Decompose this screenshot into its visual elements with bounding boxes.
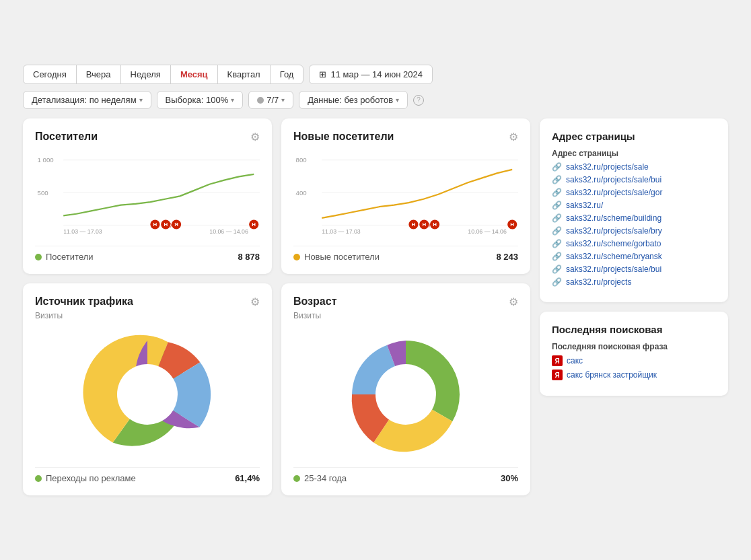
age-legend: 25-34 года 30%: [293, 467, 518, 483]
visitors-legend-value: 8 878: [238, 252, 260, 262]
main-grid: Посетители ⚙ 1 000 500: [23, 118, 728, 495]
age-subtitle: Визиты: [293, 311, 518, 320]
search-section-label: Последняя поисковая фраза: [552, 342, 716, 351]
address-link[interactable]: 🔗saks32.ru/: [552, 201, 716, 210]
new-visitors-legend-value: 8 243: [496, 252, 518, 262]
gear-icon[interactable]: ⚙: [250, 295, 260, 308]
age-card: Возраст ⚙ Визиты: [281, 283, 530, 495]
traffic-dot: [35, 475, 42, 482]
svg-text:11.03 — 17.03: 11.03 — 17.03: [322, 228, 361, 235]
btn-week[interactable]: Неделя: [121, 65, 171, 83]
visitors-card: Посетители ⚙ 1 000 500: [23, 118, 272, 274]
grid-icon: ⊞: [319, 69, 326, 79]
gear-icon[interactable]: ⚙: [509, 295, 518, 308]
traffic-legend-value: 61,4%: [235, 473, 260, 483]
chevron-down-icon: ▾: [231, 96, 234, 104]
link-icon: 🔗: [552, 201, 562, 210]
search-card: Последняя поисковая Последняя поисковая …: [540, 312, 728, 396]
link-icon: 🔗: [552, 239, 562, 248]
traffic-card-header: Источник трафика ⚙: [35, 295, 260, 308]
main-container: Сегодня Вчера Неделя Месяц Квартал Год ⊞…: [12, 54, 739, 506]
address-section-label: Адрес страницы: [552, 149, 716, 158]
detail-label: Детализация: по неделям: [32, 95, 137, 105]
svg-text:Н: Н: [510, 221, 514, 228]
search-result-item[interactable]: Ясакс брянск застройщик: [552, 370, 716, 380]
gear-icon[interactable]: ⚙: [250, 131, 260, 143]
age-donut-svg: [338, 327, 473, 462]
link-icon: 🔗: [552, 265, 562, 274]
svg-point-33: [376, 364, 436, 425]
new-visitors-header: Новые посетители ⚙: [293, 131, 518, 143]
traffic-donut-wrap: [35, 327, 260, 462]
btn-year[interactable]: Год: [271, 65, 303, 83]
traffic-donut-svg: [80, 327, 215, 462]
address-link[interactable]: 🔗saks32.ru/scheme/gorbato: [552, 239, 716, 248]
chevron-down-icon: ▾: [396, 96, 399, 104]
address-link[interactable]: 🔗saks32.ru/projects/sale/bry: [552, 226, 716, 236]
svg-text:Н: Н: [164, 221, 168, 228]
visitors-dot: [35, 254, 42, 260]
search-title: Последняя поисковая: [552, 324, 716, 335]
period-btn-group: Сегодня Вчера Неделя Месяц Квартал Год: [23, 65, 303, 84]
date-range-button[interactable]: ⊞ 11 мар — 14 июн 2024: [309, 65, 433, 84]
date-range-label: 11 мар — 14 июн 2024: [330, 69, 423, 79]
visitors-title: Посетители: [35, 131, 98, 143]
data-label: Данные: без роботов: [308, 95, 393, 105]
svg-text:Н: Н: [433, 221, 437, 228]
address-link[interactable]: 🔗saks32.ru/scheme/building: [552, 213, 716, 223]
svg-text:): ): [428, 221, 430, 228]
new-visitors-chart-area: 800 400 Н Н ) Н: [293, 146, 518, 240]
btn-month[interactable]: Месяц: [171, 65, 218, 83]
filter-row: Детализация: по неделям ▾ Выборка: 100% …: [23, 91, 728, 109]
svg-text:10.06 — 14.06: 10.06 — 14.06: [209, 228, 248, 235]
toolbar-row: Сегодня Вчера Неделя Месяц Квартал Год ⊞…: [23, 65, 728, 84]
data-filter-btn[interactable]: Данные: без роботов ▾: [299, 91, 408, 109]
traffic-legend-label: Переходы по рекламе: [46, 473, 136, 483]
address-card: Адрес страницы Адрес страницы 🔗saks32.ru…: [540, 118, 728, 302]
age-dot: [293, 475, 300, 482]
btn-quarter[interactable]: Квартал: [218, 65, 271, 83]
traffic-legend: Переходы по рекламе 61,4%: [35, 467, 260, 483]
sessions-filter-btn[interactable]: 7/7 ▾: [248, 91, 293, 109]
address-title: Адрес страницы: [552, 131, 716, 142]
sessions-label: 7/7: [266, 95, 279, 105]
yandex-icon: Я: [552, 355, 563, 366]
new-visitors-chart-svg: 800 400 Н Н ) Н: [293, 146, 518, 240]
btn-yesterday[interactable]: Вчера: [77, 65, 121, 83]
link-icon: 🔗: [552, 175, 562, 184]
new-visitors-title: Новые посетители: [293, 131, 394, 143]
address-link[interactable]: 🔗saks32.ru/projects: [552, 277, 716, 287]
traffic-title: Источник трафика: [35, 295, 133, 308]
search-result-item[interactable]: Ясакс: [552, 355, 716, 366]
traffic-subtitle: Визиты: [35, 311, 260, 320]
address-links-list: 🔗saks32.ru/projects/sale🔗saks32.ru/proje…: [552, 162, 716, 287]
link-icon: 🔗: [552, 277, 562, 287]
svg-text:Я: Я: [174, 221, 178, 228]
age-title: Возраст: [293, 295, 336, 308]
svg-text:800: 800: [296, 156, 307, 164]
age-legend-value: 30%: [501, 473, 518, 483]
address-link[interactable]: 🔗saks32.ru/scheme/bryansk: [552, 252, 716, 261]
svg-text:11.03 — 17.03: 11.03 — 17.03: [63, 228, 102, 235]
visitors-legend: Посетители 8 878: [35, 246, 260, 262]
chevron-down-icon: ▾: [281, 96, 285, 104]
center-column: Новые посетители ⚙ 800 400 Н: [281, 118, 530, 495]
sample-filter-btn[interactable]: Выборка: 100% ▾: [157, 91, 244, 109]
search-results-list: ЯсаксЯсакс брянск застройщик: [552, 355, 716, 380]
yandex-icon: Я: [552, 370, 563, 380]
traffic-legend-item: Переходы по рекламе: [35, 473, 136, 483]
detail-filter-btn[interactable]: Детализация: по неделям ▾: [23, 91, 151, 109]
traffic-card: Источник трафика ⚙ Визиты: [23, 283, 272, 495]
age-legend-item: 25-34 года: [293, 473, 347, 483]
btn-today[interactable]: Сегодня: [24, 65, 77, 83]
age-card-header: Возраст ⚙: [293, 295, 518, 308]
new-visitors-legend-label: Новые посетители: [304, 252, 380, 262]
address-link[interactable]: 🔗saks32.ru/projects/sale: [552, 162, 716, 172]
info-icon[interactable]: ?: [413, 95, 424, 106]
gear-icon[interactable]: ⚙: [509, 131, 518, 143]
svg-text:10.06 — 14.06: 10.06 — 14.06: [468, 228, 507, 235]
address-link[interactable]: 🔗saks32.ru/projects/sale/bui: [552, 175, 716, 184]
address-link[interactable]: 🔗saks32.ru/projects/sale/bui: [552, 265, 716, 274]
link-icon: 🔗: [552, 252, 562, 261]
address-link[interactable]: 🔗saks32.ru/projects/sale/gor: [552, 188, 716, 197]
